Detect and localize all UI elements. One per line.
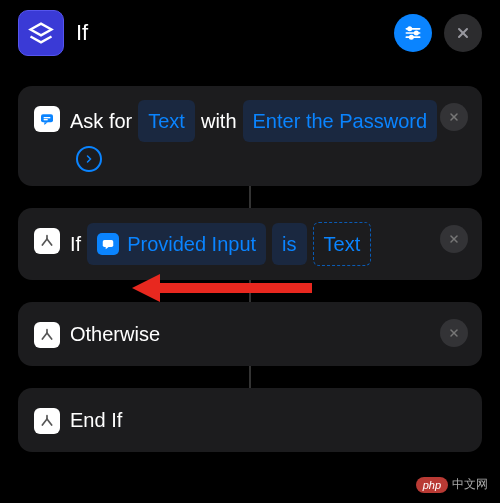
end-if-action[interactable]: End If — [18, 388, 482, 452]
connector-line — [249, 280, 251, 302]
otherwise-action[interactable]: Otherwise — [18, 302, 482, 366]
ask-content: Ask for Text with Enter the Password — [70, 100, 466, 172]
remove-action-button[interactable] — [440, 103, 468, 131]
otherwise-content: Otherwise — [70, 316, 466, 352]
message-icon — [34, 106, 60, 132]
chevron-right-icon — [83, 153, 95, 165]
remove-action-button[interactable] — [440, 319, 468, 347]
if-content: If Provided Input is Text — [70, 222, 466, 266]
editor-header: If — [18, 10, 482, 56]
if-value-pill[interactable]: Text — [313, 222, 372, 266]
ask-prefix: Ask for — [70, 103, 132, 139]
if-operator-pill[interactable]: is — [272, 223, 306, 265]
if-input-label: Provided Input — [127, 226, 256, 262]
action-list: Ask for Text with Enter the Password If … — [18, 86, 482, 452]
endif-label: End If — [70, 402, 122, 438]
svg-rect-9 — [44, 117, 51, 118]
svg-point-4 — [415, 31, 418, 34]
close-button[interactable] — [444, 14, 482, 52]
otherwise-label: Otherwise — [70, 316, 160, 352]
expand-details-button[interactable] — [76, 146, 102, 172]
svg-point-5 — [410, 36, 413, 39]
connector-line — [249, 186, 251, 208]
remove-action-button[interactable] — [440, 225, 468, 253]
watermark-text: 中文网 — [452, 476, 488, 493]
if-action[interactable]: If Provided Input is Text — [18, 208, 482, 280]
if-action-icon — [18, 10, 64, 56]
ask-for-input-action[interactable]: Ask for Text with Enter the Password — [18, 86, 482, 186]
svg-point-3 — [408, 27, 411, 30]
watermark: php 中文网 — [416, 476, 488, 493]
endif-content: End If — [70, 402, 466, 438]
ask-with: with — [201, 103, 237, 139]
watermark-badge: php — [416, 477, 448, 493]
close-icon — [448, 327, 460, 339]
if-input-pill[interactable]: Provided Input — [87, 223, 266, 265]
input-type-pill[interactable]: Text — [138, 100, 195, 142]
page-title: If — [76, 20, 382, 46]
close-icon — [455, 25, 471, 41]
if-label: If — [70, 226, 81, 262]
message-icon — [97, 233, 119, 255]
svg-rect-10 — [44, 119, 48, 120]
branch-icon — [34, 322, 60, 348]
sliders-icon — [403, 23, 423, 43]
prompt-text-pill[interactable]: Enter the Password — [243, 100, 438, 142]
svg-rect-8 — [41, 114, 53, 122]
close-icon — [448, 111, 460, 123]
settings-button[interactable] — [394, 14, 432, 52]
connector-line — [249, 366, 251, 388]
svg-rect-13 — [103, 240, 114, 247]
branch-icon — [34, 228, 60, 254]
branch-icon — [34, 408, 60, 434]
close-icon — [448, 233, 460, 245]
